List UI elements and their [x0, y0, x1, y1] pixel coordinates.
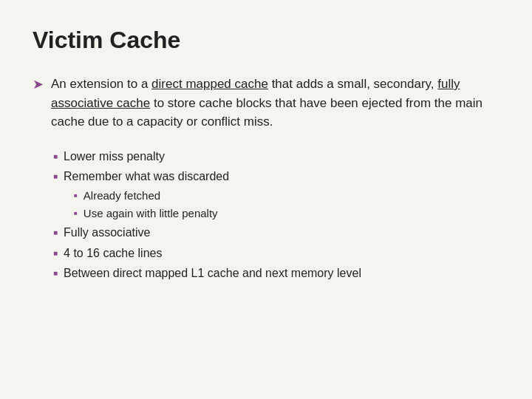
slide-title: Victim Cache [33, 27, 499, 54]
small-bullet-icon-2: ■ [74, 209, 78, 218]
bullet-use-again: ■ Use again with little penalty [74, 205, 499, 222]
bullet-lower-miss-text: Lower miss penalty [64, 148, 165, 165]
bullet-cache-lines: ■ 4 to 16 cache lines [53, 245, 499, 262]
link-direct-mapped: direct mapped cache [151, 77, 268, 91]
bullet-between: ■ Between direct mapped L1 cache and nex… [53, 265, 499, 282]
square-bullet-icon-4: ■ [53, 248, 58, 259]
square-bullet-icon-3: ■ [53, 228, 58, 239]
bullet-remember: ■ Remember what was discarded [53, 168, 499, 185]
bullet-already-fetched-text: Already fetched [83, 188, 160, 204]
square-bullet-icon: ■ [53, 151, 58, 163]
bullet-between-text: Between direct mapped L1 cache and next … [64, 265, 361, 282]
chevron-icon: ➤ [33, 76, 44, 92]
bullet-already-fetched: ■ Already fetched [74, 188, 499, 204]
bullet-use-again-text: Use again with little penalty [83, 205, 218, 222]
bullet-remember-text: Remember what was discarded [64, 168, 229, 185]
sub-bullets-group: ■ Lower miss penalty ■ Remember what was… [53, 148, 499, 284]
bullet-fully-associative: ■ Fully associative [53, 224, 499, 241]
small-bullet-icon-1: ■ [74, 191, 78, 200]
square-bullet-icon-5: ■ [53, 268, 58, 279]
main-bullet: ➤ An extension to a direct mapped cache … [33, 75, 499, 132]
sub-sub-bullets-group: ■ Already fetched ■ Use again with littl… [74, 188, 499, 222]
bullet-cache-lines-text: 4 to 16 cache lines [64, 245, 162, 262]
slide: Victim Cache ➤ An extension to a direct … [0, 0, 532, 399]
main-bullet-text: An extension to a direct mapped cache th… [51, 75, 499, 132]
bullet-lower-miss: ■ Lower miss penalty [53, 148, 499, 165]
square-bullet-icon-2: ■ [53, 171, 58, 183]
bullet-fully-associative-text: Fully associative [64, 224, 150, 241]
main-content: ➤ An extension to a direct mapped cache … [33, 75, 499, 284]
